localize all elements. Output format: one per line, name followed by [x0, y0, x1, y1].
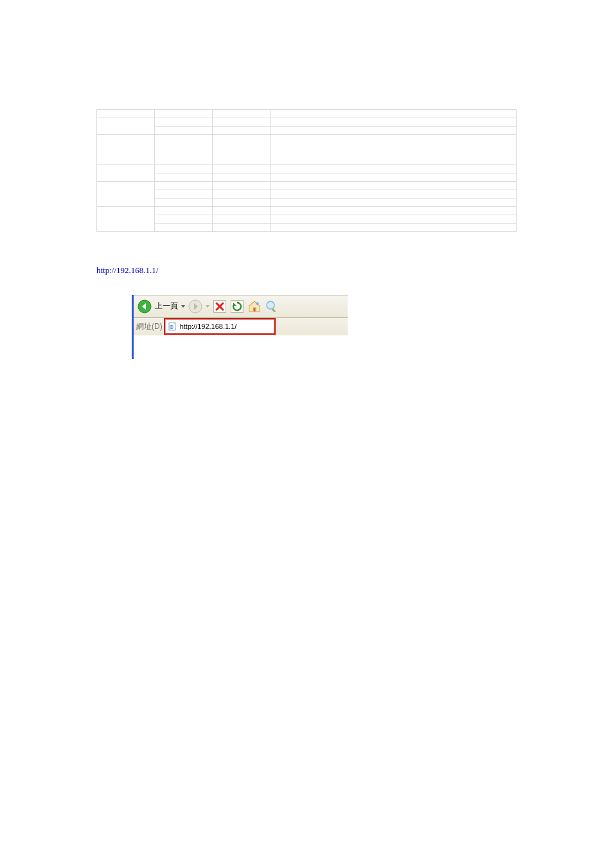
table-cell	[271, 110, 517, 118]
address-value: http://192.168.1.1/	[180, 323, 237, 330]
table-cell	[271, 135, 517, 165]
table-cell	[271, 207, 517, 215]
table-cell	[155, 165, 213, 173]
table-cell	[271, 182, 517, 190]
table-cell	[271, 173, 517, 182]
address-label: 網址(D)	[136, 321, 163, 332]
back-button[interactable]	[138, 299, 152, 314]
svg-point-9	[170, 325, 173, 329]
table-cell	[271, 224, 517, 232]
table-row	[97, 110, 517, 118]
table-cell	[271, 190, 517, 199]
table-row	[97, 224, 517, 232]
table-cell	[213, 127, 271, 135]
stop-button[interactable]	[213, 299, 227, 314]
svg-rect-4	[254, 308, 256, 312]
table-cell	[155, 190, 213, 199]
table-row	[97, 207, 517, 215]
table-cell	[155, 215, 213, 224]
back-label[interactable]: 上一頁	[155, 301, 178, 312]
svg-rect-7	[271, 308, 276, 312]
spec-table	[96, 109, 517, 232]
table-cell	[213, 207, 271, 215]
table-row	[97, 127, 517, 135]
table-cell	[213, 110, 271, 118]
browser-screenshot: 上一頁	[132, 295, 517, 359]
table-row	[97, 199, 517, 207]
table-cell	[155, 118, 213, 127]
table-cell	[155, 110, 213, 118]
table-row	[97, 190, 517, 199]
table-cell	[97, 182, 155, 207]
caret-down-icon[interactable]	[181, 305, 185, 308]
table-cell	[271, 118, 517, 127]
caret-down-icon[interactable]	[206, 305, 209, 308]
table-cell	[213, 224, 271, 232]
table-cell	[155, 182, 213, 190]
table-cell	[271, 127, 517, 135]
table-cell	[97, 135, 155, 165]
table-cell	[271, 215, 517, 224]
table-cell	[155, 127, 213, 135]
page-icon	[168, 322, 177, 331]
table-cell	[213, 215, 271, 224]
browser-content-area	[134, 335, 348, 342]
home-button[interactable]	[247, 299, 262, 314]
table-row	[97, 173, 517, 182]
table-cell	[97, 118, 155, 135]
instruction-ip-link: http://192.168.1.1/	[96, 265, 158, 275]
refresh-button[interactable]	[230, 299, 244, 314]
table-cell	[97, 110, 155, 118]
table-cell	[213, 190, 271, 199]
table-cell	[271, 199, 517, 207]
table-cell	[213, 173, 271, 182]
search-icon[interactable]	[265, 299, 279, 314]
table-cell	[213, 199, 271, 207]
table-cell	[213, 135, 271, 165]
table-row	[97, 165, 517, 173]
table-cell	[213, 182, 271, 190]
svg-point-6	[267, 301, 274, 309]
table-row	[97, 135, 517, 165]
table-cell	[271, 165, 517, 173]
table-cell	[97, 207, 155, 232]
svg-point-5	[256, 302, 258, 305]
table-row	[97, 215, 517, 224]
table-cell	[213, 118, 271, 127]
forward-button[interactable]	[188, 299, 202, 314]
table-cell	[155, 199, 213, 207]
table-cell	[155, 173, 213, 182]
address-field[interactable]: http://192.168.1.1/	[165, 319, 274, 333]
table-cell	[155, 224, 213, 232]
table-cell	[97, 165, 155, 182]
table-row	[97, 182, 517, 190]
instruction-paragraph: http://192.168.1.1/	[96, 264, 517, 277]
table-row	[97, 118, 517, 127]
table-cell	[155, 207, 213, 215]
table-cell	[213, 165, 271, 173]
table-cell	[155, 135, 213, 165]
